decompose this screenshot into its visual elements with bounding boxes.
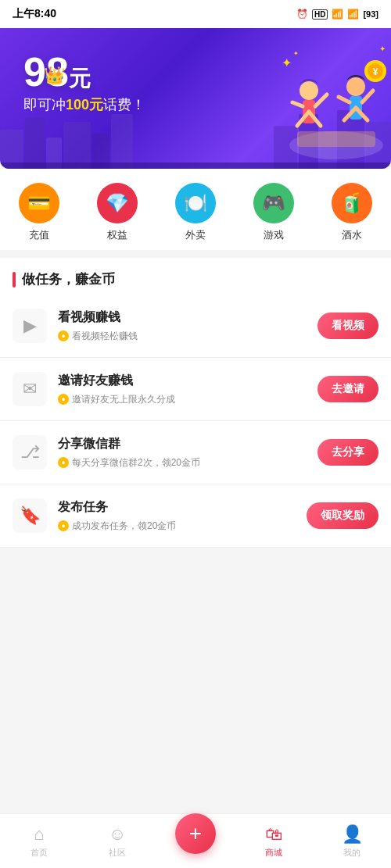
svg-point-20 [346, 77, 365, 96]
section-bar-decoration [13, 272, 16, 288]
svg-text:✦: ✦ [282, 56, 292, 70]
status-bar: 上午8:40 ⏰ HD 📶 📶 [93] [0, 0, 391, 28]
svg-line-19 [315, 95, 327, 106]
invite-desc: ● 邀请好友无上限永久分成 [58, 393, 307, 406]
share-button[interactable]: 去分享 [317, 439, 378, 466]
svg-line-25 [362, 91, 373, 102]
watch-video-info: 看视频赚钱 ● 看视频轻松赚钱 [58, 309, 307, 343]
home-icon: ⌂ [34, 824, 44, 845]
play-icon: ▶ [23, 316, 37, 336]
nav-item-shop[interactable]: 🛍 商城 [235, 824, 313, 859]
publish-info: 发布任务 ● 成功发布任务，领20金币 [58, 499, 296, 533]
bottom-nav: ⌂ 首页 ☺ 社区 + 🛍 商城 👤 我的 [0, 813, 391, 868]
invite-info: 邀请好友赚钱 ● 邀请好友无上限永久分成 [58, 373, 307, 406]
status-icons: ⏰ HD 📶 📶 [93] [296, 9, 378, 20]
drinks-icon: 🧃 [340, 192, 364, 214]
banner: ¥ ✦ ✦ ✦ 👑 98元 即可冲100元话费！ [0, 28, 391, 169]
invite-icon-wrap: ✉ [13, 372, 47, 406]
benefits-label: 权益 [107, 228, 127, 242]
nav-item-add[interactable]: + [156, 829, 235, 854]
section-title-text: 做任务，赚金币 [22, 270, 115, 288]
mine-label: 我的 [343, 847, 361, 859]
alarm-icon: ⏰ [296, 9, 308, 20]
nav-item-mine[interactable]: 👤 我的 [313, 824, 391, 859]
publish-icon-wrap: 🔖 [13, 498, 47, 533]
task-item-watch-video: ▶ 看视频赚钱 ● 看视频轻松赚钱 看视频 [0, 295, 391, 358]
watch-video-desc: ● 看视频轻松赚钱 [58, 330, 307, 343]
recharge-icon: 💳 [27, 192, 51, 214]
wifi-icon: 📶 [347, 9, 359, 20]
menu-item-games[interactable]: 🎮 游戏 [242, 183, 305, 242]
recharge-label: 充值 [29, 228, 49, 242]
menu-item-takeout[interactable]: 🍽️ 外卖 [164, 183, 227, 242]
task-item-share: ⎇ 分享微信群 ● 每天分享微信群2次，领20金币 去分享 [0, 421, 391, 484]
drinks-icon-wrap: 🧃 [332, 183, 372, 223]
task-item-invite: ✉ 邀请好友赚钱 ● 邀请好友无上限永久分成 去邀请 [0, 358, 391, 421]
share-icon: ⎇ [20, 442, 40, 463]
recharge-icon-wrap: 💳 [19, 183, 59, 223]
watch-video-title: 看视频赚钱 [58, 309, 307, 326]
banner-text: 👑 98元 即可冲100元话费！ [23, 52, 145, 114]
watch-video-icon-wrap: ▶ [13, 309, 47, 343]
add-button[interactable]: + [175, 813, 216, 854]
coin-icon-2: ● [58, 394, 69, 405]
svg-rect-1 [25, 118, 45, 169]
battery-icon: [93] [363, 9, 378, 19]
svg-rect-13 [297, 131, 375, 147]
share-desc: ● 每天分享微信群2次，领20金币 [58, 456, 307, 470]
takeout-icon-wrap: 🍽️ [175, 183, 216, 223]
quick-menu: 💳 充值 💎 权益 🍽️ 外卖 🎮 游戏 🧃 酒水 [0, 169, 391, 250]
community-label: 社区 [109, 847, 126, 859]
task-item-publish: 🔖 发布任务 ● 成功发布任务，领20金币 领取奖励 [0, 484, 391, 548]
shop-icon: 🛍 [265, 824, 282, 845]
svg-rect-5 [111, 114, 133, 169]
publish-reward-button[interactable]: 领取奖励 [307, 502, 378, 529]
svg-text:✦: ✦ [293, 50, 299, 57]
home-label: 首页 [30, 847, 48, 859]
banner-figures-svg: ¥ ✦ ✦ ✦ [235, 28, 391, 169]
games-icon: 🎮 [262, 192, 285, 214]
takeout-icon: 🍽️ [184, 192, 207, 214]
share-info: 分享微信群 ● 每天分享微信群2次，领20金币 [58, 436, 307, 470]
svg-text:✦: ✦ [379, 45, 386, 53]
takeout-label: 外卖 [185, 228, 206, 242]
nav-item-community[interactable]: ☺ 社区 [78, 824, 156, 859]
publish-title: 发布任务 [58, 499, 296, 516]
banner-subtitle: 即可冲100元话费！ [23, 95, 145, 114]
shop-label: 商城 [265, 847, 282, 859]
svg-line-24 [339, 97, 350, 102]
menu-item-benefits[interactable]: 💎 权益 [86, 183, 149, 242]
bookmark-icon: 🔖 [20, 505, 41, 526]
svg-line-18 [292, 102, 303, 106]
games-label: 游戏 [264, 228, 284, 242]
games-icon-wrap: 🎮 [253, 183, 294, 223]
svg-point-14 [300, 81, 318, 100]
signal-icon: 📶 [332, 9, 343, 20]
benefits-icon-wrap: 💎 [97, 183, 138, 223]
menu-item-drinks[interactable]: 🧃 酒水 [321, 183, 383, 242]
menu-item-recharge[interactable]: 💳 充值 [8, 183, 70, 242]
community-icon: ☺ [109, 824, 126, 845]
content-area: ¥ ✦ ✦ ✦ 👑 98元 即可冲100元话费！ 💳 充值 💎 [0, 28, 391, 610]
banner-price: 98元 [23, 52, 145, 92]
publish-desc: ● 成功发布任务，领20金币 [58, 520, 296, 533]
benefits-icon: 💎 [106, 192, 129, 214]
section-title: 做任务，赚金币 [0, 258, 391, 295]
coin-icon-3: ● [58, 457, 69, 468]
drinks-label: 酒水 [342, 228, 362, 242]
plus-icon: + [189, 823, 202, 845]
nav-item-home[interactable]: ⌂ 首页 [0, 824, 78, 859]
invite-title: 邀请好友赚钱 [58, 373, 307, 389]
task-list: ▶ 看视频赚钱 ● 看视频轻松赚钱 看视频 ✉ 邀请好友赚钱 ● 邀请好友无上限… [0, 295, 391, 548]
coin-icon-4: ● [58, 520, 69, 531]
share-icon-wrap: ⎇ [13, 435, 47, 470]
mine-icon: 👤 [342, 824, 363, 845]
status-time: 上午8:40 [13, 7, 56, 21]
watch-video-button[interactable]: 看视频 [317, 313, 378, 339]
coin-icon-1: ● [58, 330, 69, 341]
hd-badge: HD [312, 9, 328, 20]
invite-button[interactable]: 去邀请 [317, 376, 378, 402]
banner-crown: 👑 [44, 66, 65, 86]
svg-text:¥: ¥ [373, 66, 378, 77]
share-title: 分享微信群 [58, 436, 307, 452]
